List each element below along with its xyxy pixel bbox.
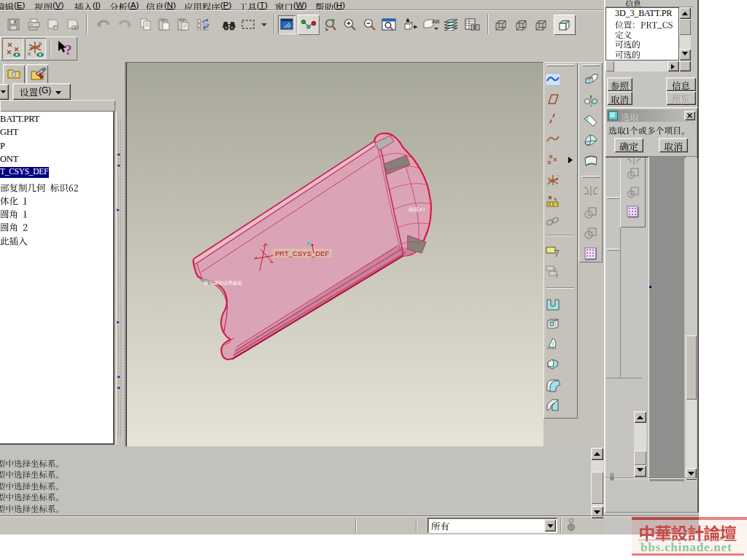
svg-text:PRT_CSYS_DEF: PRT_CSYS_DEF [275, 249, 329, 257]
svg-text:AB: AB [432, 18, 440, 25]
svg-text:7: 7 [555, 273, 559, 279]
svg-text:7: 7 [554, 249, 560, 259]
svg-text:?: ? [65, 42, 72, 58]
